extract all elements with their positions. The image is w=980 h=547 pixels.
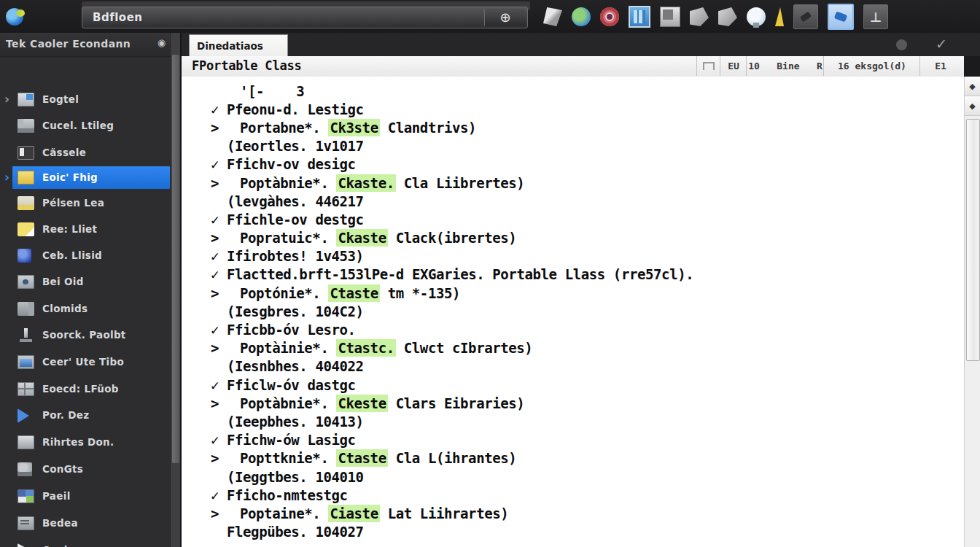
expand-chevron-icon[interactable]: >	[211, 120, 227, 136]
sidebar-scrollbar-thumb[interactable]	[172, 55, 179, 463]
sidebar-item-ceer[interactable]: Ceer' Ute Tibo	[0, 349, 170, 376]
expand-chevron-icon[interactable]: >	[211, 340, 227, 356]
globe-icon[interactable]	[572, 7, 591, 26]
checkmark-icon[interactable]: ✓	[936, 36, 947, 52]
result-line[interactable]: (Iesgbres. 104C2)	[182, 302, 964, 320]
toolbar-icon-row: ⊥	[543, 4, 888, 29]
panel-outline-icon	[703, 62, 715, 70]
result-line[interactable]: ✓Ffichv-ov desigc	[182, 155, 964, 174]
result-line[interactable]: >Portabne*. Ck3ste Clandtrivs)	[182, 118, 964, 136]
pen-icon[interactable]	[543, 7, 562, 26]
header-cell-info[interactable]: 16 eksgol(d)	[823, 56, 920, 76]
page-back-icon[interactable]	[718, 7, 737, 26]
header-cell-panel[interactable]	[696, 56, 720, 76]
sidebar-scrollbar[interactable]	[170, 33, 181, 547]
tab-active[interactable]: Dinedatiaos	[189, 34, 288, 57]
result-line[interactable]: >Poptàbnie*. Ckaste. Cla Liibrertes)	[182, 174, 964, 192]
tool-button-2-active[interactable]	[828, 4, 854, 30]
result-line[interactable]: '[- 3	[182, 82, 964, 100]
sidebar-item-label: ConGts	[42, 463, 83, 475]
check-icon: ✓	[211, 156, 227, 172]
sidebar-item-por[interactable]: Por. Dez	[0, 403, 170, 429]
sidebar-item-bei[interactable]: Bei Oid	[0, 269, 170, 295]
sidebar-item-ceb[interactable]: Ceb. Llisid	[0, 243, 170, 269]
sidebar: Tek Caoler Econdann ◉ › Eogtel Cucel. Lt…	[0, 33, 170, 547]
result-line[interactable]: ✓Fficlw-óv dastgc	[182, 376, 964, 394]
crosshair-icon[interactable]: ⊕	[484, 9, 526, 26]
result-line[interactable]: >Popttknie*. Ctaste Cla L(ihrantes)	[182, 449, 964, 468]
sidebar-item-selected[interactable]: › Eoic' Fhig	[0, 165, 170, 191]
result-line[interactable]: >Popratuic*. Ckaste Clack(ibrertes)	[182, 229, 964, 247]
sidebar-item-soorck[interactable]: Soorck. Paolbt	[0, 322, 170, 349]
result-line[interactable]: ✓Pfeonu-d. Lestigc	[182, 100, 964, 118]
sidebar-item-label: Eoecd: LFüob	[42, 383, 119, 395]
tool-button-1[interactable]	[793, 4, 818, 29]
result-line[interactable]: ✓Ffichle-ov destgc	[182, 210, 964, 228]
app-logo-icon	[6, 8, 23, 26]
result-line[interactable]: ✓Ifirobtes! 1v453)	[182, 247, 964, 265]
sidebar-item-cucel[interactable]: Cucel. Ltileg	[0, 113, 170, 139]
vertical-scrollbar[interactable]: ◆ ◆	[964, 77, 980, 547]
result-line[interactable]: (Iesnbhes. 404022	[182, 357, 964, 376]
cursor-icon	[18, 543, 28, 547]
expand-chevron-icon[interactable]: >	[211, 505, 227, 521]
expand-chevron-icon[interactable]: >	[211, 230, 227, 246]
building-icon[interactable]	[629, 6, 650, 28]
sidebar-item-label: Ree: Lliet	[42, 223, 97, 235]
result-line[interactable]: Flegpübes. 104027	[182, 523, 964, 541]
wrench-icon	[800, 12, 812, 23]
window-layout-icon[interactable]	[660, 7, 680, 27]
sidebar-item-ree[interactable]: Ree: Lliet	[0, 217, 170, 243]
pin-icon[interactable]: ◉	[158, 37, 166, 48]
expand-chevron-icon[interactable]: >	[211, 175, 227, 191]
lightbulb-icon[interactable]	[747, 7, 766, 26]
scrollbar-thumb[interactable]	[966, 119, 980, 361]
result-line[interactable]: ✓Fficho-nmtestgc	[182, 486, 964, 504]
sidebar-item-label: Bei Oid	[42, 276, 84, 287]
header-cell-eu[interactable]: EU	[720, 56, 747, 76]
expand-chevron-icon[interactable]: >	[211, 285, 227, 301]
sidebar-item-cassele[interactable]: Cãssele	[0, 140, 170, 166]
tool-button-3[interactable]: ⊥	[863, 4, 888, 29]
sidebar-item-rihrtes[interactable]: Rihrtes Don.	[0, 430, 170, 456]
configuration-dropdown[interactable]: Bdfloen ⊕	[82, 7, 528, 28]
sidebar-item-eoecd[interactable]: Eoecd: LFüob	[0, 376, 170, 403]
result-line[interactable]: (Ieepbhes. 10413)	[182, 412, 964, 430]
result-line[interactable]: ✓Fficbb-óv Lesro.	[182, 320, 964, 338]
scroll-up-button-2[interactable]: ◆	[965, 96, 980, 116]
result-line[interactable]: (Ieortles. 1v1017	[182, 137, 964, 155]
result-line[interactable]: ✓Flactted.brft-153lPe-d EXGaries. Portab…	[182, 265, 964, 284]
sidebar-item-pelsen[interactable]: Pélsen Lea	[0, 190, 170, 217]
header-cell-e1[interactable]: E1	[919, 56, 961, 76]
play-icon	[18, 408, 29, 423]
sidebar-item-congts[interactable]: ConGts	[0, 457, 170, 483]
sidebar-item-paeil[interactable]: Paeil	[0, 484, 170, 510]
result-line[interactable]: >Poptàbnie*. Ckeste Clars Eibraries)	[182, 394, 964, 412]
result-line[interactable]: >Poptàinie*. Ctastc. Clwct cIbrartes)	[182, 339, 964, 357]
target-icon[interactable]	[600, 7, 619, 26]
sidebar-item-label: Ceb. Llisid	[42, 249, 102, 261]
sidebar-item-label: Clomids	[42, 303, 88, 314]
layout-grid-icon	[18, 382, 34, 396]
sidebar-item-clomids[interactable]: Clomids	[0, 296, 170, 322]
header-cell-nav[interactable]: 10 Bine R	[746, 56, 824, 76]
sidebar-item-label: Eogtel	[42, 93, 79, 105]
expand-chevron-icon[interactable]: >	[211, 395, 227, 411]
result-line[interactable]: (Ieggtbes. 104010	[182, 468, 964, 486]
console-icon	[18, 146, 34, 160]
expander-icon[interactable]: ›	[4, 170, 9, 185]
result-line[interactable]: (levgàhes. 446217	[182, 192, 964, 210]
expander-icon[interactable]: ›	[4, 92, 9, 106]
sidebar-item-eogtel[interactable]: › Eogtel	[0, 87, 170, 113]
flame-icon[interactable]	[775, 7, 784, 26]
window-icon	[18, 93, 34, 106]
expand-chevron-icon[interactable]: >	[211, 450, 227, 466]
result-line[interactable]: ✓Ffichw-ów Lasigc	[182, 431, 964, 449]
sidebar-item-bedea[interactable]: Bedea	[0, 511, 170, 537]
sidebar-item-couin[interactable]: Couin	[0, 538, 170, 547]
result-line[interactable]: >Poptaine*. Ciaste Lat Liihrartes)	[182, 504, 964, 522]
page-forward-icon[interactable]	[690, 7, 709, 26]
scroll-up-button[interactable]: ◆	[965, 77, 980, 96]
check-icon: ✓	[211, 101, 227, 117]
result-line[interactable]: >Poptónie*. Ctaste tm *-135)	[182, 284, 964, 302]
